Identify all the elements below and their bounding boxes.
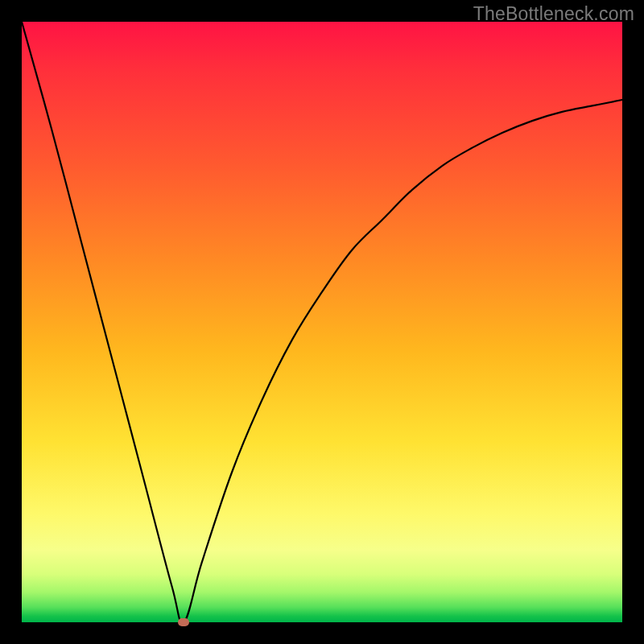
watermark-text: TheBottleneck.com (473, 3, 634, 25)
bottleneck-curve (22, 22, 622, 622)
min-dot (178, 618, 189, 626)
plot-area (22, 22, 622, 622)
chart-frame: TheBottleneck.com (0, 0, 644, 644)
